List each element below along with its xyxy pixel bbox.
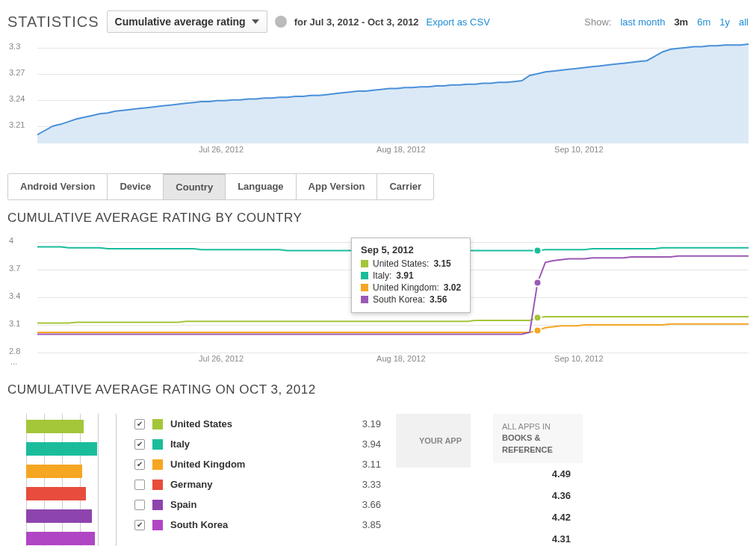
axis-ellipsis: ...: [10, 357, 17, 366]
country-row: Italy3.94: [134, 434, 381, 454]
y-tick-label: 3.27: [9, 68, 25, 77]
country-checkbox[interactable]: [134, 459, 145, 470]
tooltip-row: United States: 3.15: [361, 258, 461, 269]
reference-value: 4.36: [493, 485, 583, 506]
x-tick-label: Sep 10, 2012: [554, 145, 603, 154]
x-tick-label: Aug 18, 2012: [377, 354, 425, 363]
range-6m[interactable]: 6m: [697, 16, 710, 28]
country-checkbox[interactable]: [134, 439, 145, 450]
tooltip-series-label: Italy:: [373, 270, 391, 281]
mini-bar: [26, 532, 95, 545]
time-range-picker: Show: last month 3m 6m 1y all: [584, 16, 749, 28]
tab-app-version[interactable]: App Version: [297, 174, 378, 199]
y-tick-label: 3.3: [9, 42, 20, 51]
tab-carrier[interactable]: Carrier: [377, 174, 433, 199]
reference-column-header: ALL APPS IN BOOKS & REFERENCE: [493, 414, 583, 463]
date-range-label: for Jul 3, 2012 - Oct 3, 2012: [294, 16, 419, 28]
y-tick-label: 3.4: [9, 291, 20, 300]
legend-swatch: [152, 419, 163, 429]
mini-bar: [26, 420, 84, 433]
range-last-month[interactable]: last month: [620, 16, 665, 28]
tooltip-series-label: South Korea:: [373, 294, 425, 305]
x-tick-label: Sep 10, 2012: [554, 354, 603, 363]
y-tick-label: 4: [9, 236, 13, 245]
legend-swatch: [361, 296, 368, 303]
overall-rating-chart: 3.213.243.273.3 Jul 26, 2012Aug 18, 2012…: [7, 39, 749, 158]
tooltip-row: South Korea: 3.56: [361, 294, 461, 305]
tooltip-row: Italy: 3.91: [361, 270, 461, 281]
x-tick-label: Aug 18, 2012: [377, 145, 425, 154]
legend-swatch: [152, 500, 163, 510]
chart-tooltip: Sep 5, 2012United States: 3.15Italy: 3.9…: [351, 238, 471, 313]
your-app-value: 3.33: [344, 479, 381, 490]
metric-select-label: Cumulative average rating: [115, 16, 246, 28]
tab-android-version[interactable]: Android Version: [8, 174, 108, 199]
your-app-value: 3.19: [344, 418, 381, 429]
tooltip-series-label: United Kingdom:: [373, 282, 439, 293]
header-bar: STATISTICS Cumulative average rating for…: [7, 7, 749, 39]
tooltip-date: Sep 5, 2012: [361, 244, 461, 255]
y-tick-label: 3.1: [9, 319, 20, 328]
export-csv-link[interactable]: Export as CSV: [427, 16, 490, 28]
country-checkbox[interactable]: [134, 500, 145, 510]
svg-point-0: [534, 314, 542, 321]
country-checkbox[interactable]: [134, 520, 145, 530]
svg-point-3: [534, 279, 542, 286]
tooltip-row: United Kingdom: 3.02: [361, 282, 461, 293]
mini-bar: [26, 509, 92, 523]
tab-language[interactable]: Language: [226, 174, 296, 199]
tooltip-series-label: United States:: [373, 258, 429, 269]
reference-value: 4.31: [493, 528, 583, 546]
svg-point-1: [534, 246, 542, 254]
country-name: South Korea: [170, 519, 336, 530]
tab-device[interactable]: Device: [108, 174, 164, 199]
country-name: Germany: [170, 479, 336, 490]
legend-swatch: [152, 459, 163, 470]
legend-swatch: [361, 284, 368, 291]
your-app-value: 3.66: [344, 499, 381, 510]
country-checkbox[interactable]: [134, 419, 145, 429]
country-name: United States: [170, 418, 336, 429]
your-app-column-header: YOUR APP: [396, 414, 471, 468]
legend-swatch: [361, 272, 368, 279]
reference-value: 4.49: [493, 463, 583, 485]
range-all[interactable]: all: [739, 16, 749, 28]
tab-country[interactable]: Country: [164, 173, 226, 199]
country-row: Germany3.33: [134, 474, 381, 494]
y-tick-label: 3.7: [9, 264, 20, 273]
country-row: South Korea3.85: [134, 515, 381, 535]
show-label: Show:: [584, 16, 611, 28]
y-tick-label: 2.8: [9, 347, 20, 356]
y-tick-label: 3.24: [9, 94, 25, 103]
your-app-value: 3.85: [344, 519, 381, 530]
your-app-value: 3.94: [344, 438, 381, 450]
country-row: Spain3.66: [134, 494, 381, 515]
svg-point-2: [534, 326, 542, 334]
tooltip-series-value: 3.91: [396, 270, 413, 281]
reference-values: 4.494.364.424.314.414.37: [493, 463, 583, 546]
legend-swatch: [361, 260, 368, 267]
snapshot-comparison: United States3.19Italy3.94United Kingdom…: [7, 414, 749, 546]
country-checkbox[interactable]: [134, 480, 145, 490]
tooltip-series-value: 3.15: [433, 258, 450, 269]
section-title-by-country: CUMULATIVE AVERAGE RATING BY COUNTRY: [7, 211, 749, 226]
country-name: United Kingdom: [170, 459, 336, 470]
mini-bar: [26, 465, 82, 478]
legend-swatch: [152, 520, 163, 530]
section-title-snapshot: CUMULATIVE AVERAGE RATING ON OCT 3, 2012: [7, 382, 749, 397]
reference-value: 4.42: [493, 506, 583, 528]
metric-select[interactable]: Cumulative average rating: [107, 10, 267, 33]
help-icon[interactable]: [275, 16, 287, 28]
x-tick-label: Jul 26, 2012: [199, 145, 244, 154]
tooltip-series-value: 3.56: [430, 294, 447, 305]
range-3m[interactable]: 3m: [674, 16, 688, 28]
country-table: United States3.19Italy3.94United Kingdom…: [134, 414, 381, 535]
page-title: STATISTICS: [7, 13, 99, 31]
legend-swatch: [152, 480, 163, 490]
your-app-value: 3.11: [344, 459, 381, 470]
range-1y[interactable]: 1y: [719, 16, 730, 28]
dimension-tabs: Android Version Device Country Language …: [7, 173, 434, 200]
country-rating-chart: 2.83.13.43.74 Jul 26, 2012Aug 18, 2012Se…: [7, 233, 749, 367]
legend-swatch: [152, 439, 163, 450]
mini-bar: [26, 442, 97, 456]
